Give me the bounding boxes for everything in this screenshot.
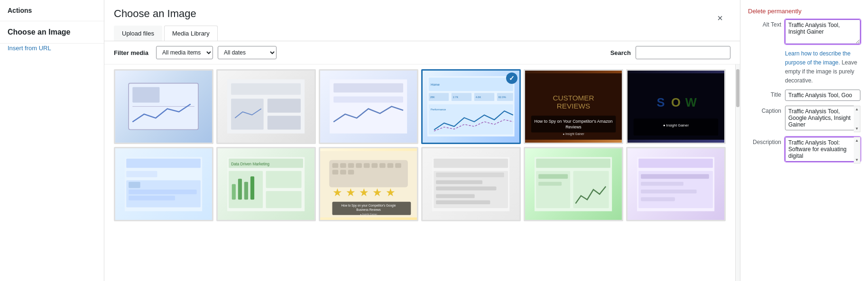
scroll-down-arrow[interactable]: ▼ xyxy=(854,126,860,132)
svg-text:62.0%: 62.0% xyxy=(499,96,506,99)
media-thumbnail xyxy=(320,71,417,143)
svg-rect-65 xyxy=(364,163,370,168)
svg-rect-6 xyxy=(268,99,301,112)
svg-rect-43 xyxy=(129,196,175,200)
list-item[interactable] xyxy=(421,147,521,222)
modal-wrapper: Choose an Image × Upload files Media Lib… xyxy=(104,0,868,281)
media-grid-wrapper: Home 28K 2.7K 4.6K 62.0% Performanc xyxy=(104,64,735,281)
svg-rect-48 xyxy=(266,171,302,188)
media-thumbnail: Data Driven Marketing xyxy=(218,148,314,220)
svg-rect-97 xyxy=(641,197,675,201)
list-item[interactable] xyxy=(114,69,213,144)
list-item[interactable] xyxy=(319,69,418,144)
media-thumbnail xyxy=(628,148,724,220)
sidebar-insert-url-link[interactable]: Insert from URL xyxy=(0,40,59,56)
svg-text:Data Driven Marketing: Data Driven Marketing xyxy=(231,162,270,166)
list-item[interactable] xyxy=(114,147,213,222)
description-field-row: Description Traffic Analysis Tool: Softw… xyxy=(748,137,860,163)
alt-text-input[interactable]: Traffic Analysis Tool, Insight Gainer xyxy=(785,19,860,44)
svg-rect-1 xyxy=(133,87,160,103)
media-thumbnail xyxy=(423,148,519,220)
svg-rect-86 xyxy=(536,158,611,168)
svg-text:Home: Home xyxy=(431,83,440,86)
svg-text:4.6K: 4.6K xyxy=(476,96,481,99)
svg-rect-82 xyxy=(436,186,497,190)
title-field-row: Title xyxy=(748,90,860,101)
svg-rect-5 xyxy=(231,99,264,129)
svg-rect-83 xyxy=(436,194,475,198)
svg-rect-80 xyxy=(436,172,505,177)
tab-upload[interactable]: Upload files xyxy=(114,26,162,41)
desc-scroll-down-arrow[interactable]: ▼ xyxy=(854,157,860,163)
media-thumbnail-selected: Home 28K 2.7K 4.6K 62.0% Performanc xyxy=(423,71,519,143)
svg-rect-50 xyxy=(232,184,236,199)
svg-rect-71 xyxy=(340,170,346,174)
right-panel: Delete permanently Alt Text Traffic Anal… xyxy=(740,0,868,281)
caption-label: Caption xyxy=(748,106,781,114)
svg-rect-12 xyxy=(429,78,513,91)
svg-rect-53 xyxy=(250,176,254,199)
list-item[interactable]: CUSTOMER REVIEWS How to Spy on Your Comp… xyxy=(524,69,623,144)
svg-rect-41 xyxy=(129,181,140,188)
svg-rect-68 xyxy=(388,163,394,168)
svg-text:● Insight Gainer: ● Insight Gainer xyxy=(663,123,689,127)
caption-scrollbar[interactable]: ▲ ▼ xyxy=(854,106,860,132)
svg-text:S: S xyxy=(657,96,665,109)
modal-title: Choose an Image xyxy=(114,8,730,20)
tab-media-library[interactable]: Media Library xyxy=(164,26,218,41)
list-item[interactable]: ★ ★ ★ ★ ★ xyxy=(319,147,418,222)
svg-rect-64 xyxy=(356,163,362,168)
alt-text-help-link[interactable]: Learn how to describe the purpose of the… xyxy=(785,50,850,66)
svg-rect-49 xyxy=(266,191,302,208)
svg-rect-72 xyxy=(348,170,354,174)
search-input[interactable] xyxy=(636,46,730,59)
title-label: Title xyxy=(748,90,781,98)
svg-rect-67 xyxy=(379,163,386,168)
grid-scrollbar[interactable] xyxy=(735,64,740,281)
description-scrollbar[interactable]: ▲ ▼ xyxy=(854,137,860,163)
scroll-up-arrow[interactable]: ▲ xyxy=(854,106,860,112)
media-thumbnail: S O W ● Insight Gainer xyxy=(628,71,724,143)
media-thumbnail xyxy=(115,148,212,220)
caption-input[interactable]: Traffic Analysis Tool, Google Analytics,… xyxy=(785,106,860,130)
media-type-filter[interactable]: All media items Images Video Audio Docum… xyxy=(156,46,213,59)
svg-text:CUSTOMER: CUSTOMER xyxy=(553,94,594,102)
title-input[interactable] xyxy=(785,90,860,101)
svg-text:Reviews: Reviews xyxy=(565,125,582,129)
selected-checkmark: ✓ xyxy=(506,73,517,84)
scrollbar-thumb xyxy=(736,69,739,107)
close-button[interactable]: × xyxy=(717,13,723,23)
svg-text:Performance: Performance xyxy=(431,108,446,111)
list-item[interactable]: S O W ● Insight Gainer xyxy=(626,69,726,144)
alt-text-label: Alt Text xyxy=(748,19,781,28)
list-item[interactable]: Home 28K 2.7K 4.6K 62.0% Performanc xyxy=(421,69,521,144)
svg-text:★: ★ xyxy=(372,186,382,199)
sidebar-actions-label: Actions xyxy=(0,0,104,21)
media-thumbnail xyxy=(525,148,622,220)
media-thumbnail xyxy=(115,71,212,143)
list-item[interactable]: Data Driven Marketing xyxy=(216,147,316,222)
desc-scroll-up-arrow[interactable]: ▲ xyxy=(854,137,860,144)
delete-permanently-link[interactable]: Delete permanently xyxy=(748,8,860,15)
svg-rect-92 xyxy=(639,158,713,168)
filter-bar: Filter media All media items Images Vide… xyxy=(104,41,740,64)
alt-text-field-row: Alt Text Traffic Analysis Tool, Insight … xyxy=(748,19,860,44)
list-item[interactable] xyxy=(626,147,726,222)
sidebar: Actions Choose an Image Insert from URL xyxy=(0,0,104,281)
svg-rect-51 xyxy=(238,179,242,199)
list-item[interactable] xyxy=(216,69,316,144)
media-thumbnail xyxy=(218,71,314,143)
svg-text:★: ★ xyxy=(346,186,356,199)
svg-rect-96 xyxy=(641,190,697,193)
svg-rect-10 xyxy=(334,97,404,103)
svg-text:● Insight Gainer: ● Insight Gainer xyxy=(360,212,378,215)
modal-main: Choose an Image × Upload files Media Lib… xyxy=(104,0,740,281)
svg-rect-90 xyxy=(539,181,562,185)
svg-text:O: O xyxy=(671,96,681,109)
list-item[interactable] xyxy=(524,147,623,222)
svg-rect-70 xyxy=(332,170,339,174)
date-filter[interactable]: All dates January 2024 December 2023 xyxy=(218,46,277,59)
description-input[interactable]: Traffic Analysis Tool: Software for eval… xyxy=(785,137,860,162)
svg-rect-81 xyxy=(436,180,483,184)
svg-rect-63 xyxy=(348,163,354,168)
